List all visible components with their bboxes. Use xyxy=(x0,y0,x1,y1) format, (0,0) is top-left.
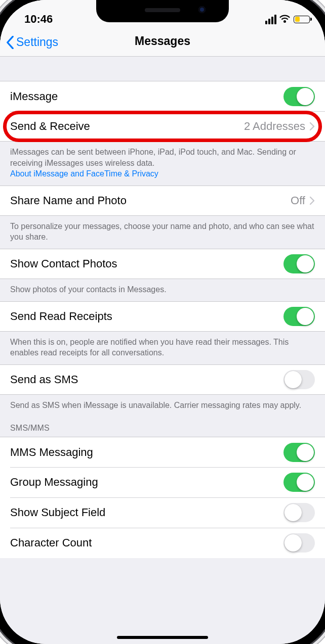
row-show-subject-field: Show Subject Field xyxy=(0,497,325,528)
row-send-as-sms: Send as SMS xyxy=(0,364,325,395)
row-label: Share Name and Photo xyxy=(10,194,291,207)
screen: 10:46 Settings Messages xyxy=(0,0,325,644)
battery-icon xyxy=(294,16,310,23)
row-show-contact-photos: Show Contact Photos xyxy=(0,249,325,279)
row-group-messaging: Group Messaging xyxy=(0,467,325,497)
switch-show-subject-field[interactable] xyxy=(283,503,315,522)
footer-imessage: iMessages can be sent between iPhone, iP… xyxy=(0,142,325,186)
status-time: 10:46 xyxy=(24,13,53,26)
row-character-count: Character Count xyxy=(0,528,325,558)
row-label: Show Subject Field xyxy=(10,506,283,519)
switch-character-count[interactable] xyxy=(283,533,315,553)
row-label: Character Count xyxy=(10,536,283,549)
footer-send-as-sms: Send as SMS when iMessage is unavailable… xyxy=(0,395,325,417)
chevron-right-icon xyxy=(309,122,315,131)
row-label: Show Contact Photos xyxy=(10,257,283,270)
row-imessage: iMessage xyxy=(0,81,325,111)
footer-share-name-photo: To personalize your messages, choose you… xyxy=(0,216,325,249)
footer-show-contact-photos: Show photos of your contacts in Messages… xyxy=(0,279,325,301)
switch-group-messaging[interactable] xyxy=(283,473,315,492)
row-value: 2 Addresses xyxy=(244,120,305,133)
nav-title: Messages xyxy=(0,34,325,48)
row-send-receive[interactable]: Send & Receive 2 Addresses xyxy=(0,111,325,142)
row-mms-messaging: MMS Messaging xyxy=(0,437,325,467)
wifi-icon xyxy=(279,15,291,23)
cellular-signal-icon xyxy=(265,15,276,24)
row-label: Send & Receive xyxy=(10,120,244,133)
row-label: Group Messaging xyxy=(10,476,283,489)
device-notch xyxy=(96,0,229,22)
row-label: Send Read Receipts xyxy=(10,310,283,323)
footer-read-receipts: When this is on, people are notified whe… xyxy=(0,332,325,364)
link-imessage-privacy[interactable]: About iMessage and FaceTime & Privacy xyxy=(10,169,158,178)
row-label: Send as SMS xyxy=(10,373,283,386)
section-header-smsmms: SMS/MMS xyxy=(0,417,325,437)
row-label: MMS Messaging xyxy=(10,446,283,459)
row-value: Off xyxy=(291,194,305,207)
chevron-right-icon xyxy=(309,196,315,205)
switch-send-as-sms[interactable] xyxy=(283,370,315,389)
row-share-name-photo[interactable]: Share Name and Photo Off xyxy=(0,186,325,216)
switch-mms-messaging[interactable] xyxy=(283,443,315,462)
switch-imessage[interactable] xyxy=(283,87,315,106)
home-indicator[interactable] xyxy=(117,636,208,639)
row-read-receipts: Send Read Receipts xyxy=(0,301,325,332)
row-label: iMessage xyxy=(10,90,283,103)
switch-show-contact-photos[interactable] xyxy=(283,254,315,273)
settings-content[interactable]: iMessage Send & Receive 2 Addresses iMes… xyxy=(0,57,325,644)
switch-read-receipts[interactable] xyxy=(283,307,315,326)
